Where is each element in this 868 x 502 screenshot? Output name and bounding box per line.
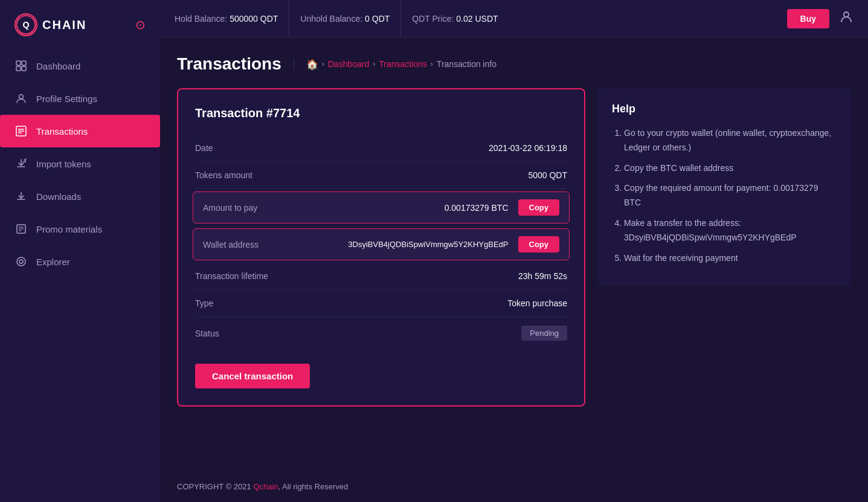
svg-point-16 xyxy=(19,260,23,263)
tx-date-value: 2021-03-22 06:19:18 xyxy=(489,143,567,153)
copy-wallet-button[interactable]: Copy xyxy=(518,236,560,253)
sidebar-item-transactions-label: Transactions xyxy=(36,126,88,137)
sidebar-item-dashboard[interactable]: Dashboard xyxy=(0,50,160,82)
svg-rect-5 xyxy=(22,66,26,71)
hold-balance-value: 500000 QDT xyxy=(230,14,278,24)
tx-row-tokens-amount: Tokens amount 5000 QDT xyxy=(195,162,567,189)
help-step-3: Copy the required amount for payment: 0.… xyxy=(624,181,837,210)
sidebar-item-promo-materials-label: Promo materials xyxy=(36,224,102,234)
breadcrumb-transactions[interactable]: Transactions xyxy=(379,59,427,69)
tx-row-wallet-address: Wallet address 3DsyiBVB4jQDBiSpwiVmmgw5Y… xyxy=(193,228,570,260)
tx-tokens-value: 5000 QDT xyxy=(528,170,567,180)
sidebar-item-profile-settings[interactable]: Profile Settings xyxy=(0,82,160,115)
sidebar-item-downloads[interactable]: Downloads xyxy=(0,180,160,213)
copy-amount-button[interactable]: Copy xyxy=(518,199,560,216)
tx-lifetime-value: 23h 59m 52s xyxy=(518,271,567,281)
sidebar-item-downloads-label: Downloads xyxy=(36,191,81,202)
topbar: Hold Balance: 500000 QDT Unhold Balance:… xyxy=(160,0,868,37)
svg-point-6 xyxy=(19,95,24,99)
sidebar: Q CHAIN ⊙ Dashboard xyxy=(0,0,160,502)
svg-point-17 xyxy=(844,12,849,17)
help-title: Help xyxy=(612,103,837,115)
qdt-price: QDT Price: 0.02 USDT xyxy=(401,0,509,37)
footer-copyright: COPYRIGHT © 2021 xyxy=(177,482,253,491)
tx-row-amount-to-pay: Amount to pay 0.00173279 BTC Copy xyxy=(193,191,570,224)
unhold-balance-value: 0 QDT xyxy=(365,14,390,24)
cancel-transaction-button[interactable]: Cancel transaction xyxy=(195,364,310,388)
tx-date-label: Date xyxy=(195,143,213,153)
transaction-title: Transaction #7714 xyxy=(195,106,567,120)
help-step-4: Make a transfer to the address: 3DsyiBVB… xyxy=(624,216,837,245)
unhold-balance: Unhold Balance: 0 QDT xyxy=(289,0,401,37)
tx-wallet-right: 3DsyiBVB4jQDBiSpwiVmmgw5Y2KHYgBEdP Copy xyxy=(348,236,559,253)
sidebar-item-transactions[interactable]: Transactions xyxy=(0,115,160,147)
main-row: Transaction #7714 Date 2021-03-22 06:19:… xyxy=(177,88,851,407)
help-step-2: Copy the BTC wallet address xyxy=(624,161,837,176)
breadcrumb: 🏠 › Dashboard › Transactions › Transacti… xyxy=(294,59,497,70)
tx-lifetime-label: Transaction lifetime xyxy=(195,271,268,281)
unhold-balance-label: Unhold Balance: xyxy=(300,14,362,24)
tx-amount-value: 0.00173279 BTC xyxy=(445,203,509,213)
main-content: Hold Balance: 500000 QDT Unhold Balance:… xyxy=(160,0,868,502)
topbar-right: Buy xyxy=(787,9,854,28)
logo-text: CHAIN xyxy=(42,18,86,32)
svg-rect-3 xyxy=(22,61,26,65)
breadcrumb-current: Transaction info xyxy=(437,59,497,69)
tx-type-value: Token purchase xyxy=(507,298,567,308)
content-area: Transactions 🏠 › Dashboard › Transaction… xyxy=(160,37,868,471)
breadcrumb-sep-1: › xyxy=(322,60,324,68)
explorer-icon xyxy=(14,255,28,268)
breadcrumb-dashboard[interactable]: Dashboard xyxy=(328,59,370,69)
sidebar-item-profile-settings-label: Profile Settings xyxy=(36,94,97,104)
sidebar-item-import-tokens[interactable]: Import tokens xyxy=(0,147,160,180)
downloads-icon xyxy=(14,190,28,203)
qdt-price-value: 0.02 USDT xyxy=(456,14,498,24)
user-account-icon[interactable] xyxy=(839,10,854,28)
qdt-price-label: QDT Price: xyxy=(412,14,454,24)
sidebar-nav: Dashboard Profile Settings xyxy=(0,50,160,278)
footer: COPYRIGHT © 2021 Qchain, All rights Rese… xyxy=(160,471,868,502)
tx-wallet-value: 3DsyiBVB4jQDBiSpwiVmmgw5Y2KHYgBEdP xyxy=(348,240,508,249)
transaction-card: Transaction #7714 Date 2021-03-22 06:19:… xyxy=(177,88,585,407)
tx-row-lifetime: Transaction lifetime 23h 59m 52s xyxy=(195,263,567,290)
promo-icon xyxy=(14,222,28,236)
sidebar-item-explorer[interactable]: Explorer xyxy=(0,245,160,278)
sidebar-item-promo-materials[interactable]: Promo materials xyxy=(0,213,160,245)
tx-row-status: Status Pending xyxy=(195,317,567,349)
help-panel: Help Go to your crypto wallet (online wa… xyxy=(597,88,851,286)
tx-status-label: Status xyxy=(195,329,219,338)
hold-balance-label: Hold Balance: xyxy=(175,14,227,24)
tx-tokens-label: Tokens amount xyxy=(195,170,252,180)
breadcrumb-sep-2: › xyxy=(373,60,375,68)
status-badge: Pending xyxy=(521,326,567,341)
help-step-5: Wait for the receiving payment xyxy=(624,251,837,266)
import-icon xyxy=(14,157,28,170)
footer-brand[interactable]: Qchain xyxy=(253,482,278,491)
buy-button[interactable]: Buy xyxy=(787,9,829,28)
tx-type-label: Type xyxy=(195,298,213,308)
tx-amount-right: 0.00173279 BTC Copy xyxy=(445,199,559,216)
svg-rect-2 xyxy=(16,61,21,65)
sidebar-item-import-tokens-label: Import tokens xyxy=(36,159,91,169)
footer-rights: , All rights Reserved xyxy=(278,482,349,491)
tx-row-type: Type Token purchase xyxy=(195,290,567,317)
breadcrumb-sep-3: › xyxy=(431,60,433,68)
tx-row-date: Date 2021-03-22 06:19:18 xyxy=(195,135,567,162)
svg-rect-4 xyxy=(16,66,21,71)
home-icon[interactable]: 🏠 xyxy=(306,59,318,70)
profile-icon xyxy=(14,92,28,105)
sidebar-item-dashboard-label: Dashboard xyxy=(36,61,80,71)
tx-amount-label: Amount to pay xyxy=(203,203,257,213)
dashboard-icon xyxy=(14,59,28,72)
help-steps-list: Go to your crypto wallet (online wallet,… xyxy=(612,126,837,265)
svg-point-15 xyxy=(17,257,25,266)
page-title: Transactions xyxy=(177,54,281,74)
page-header: Transactions 🏠 › Dashboard › Transaction… xyxy=(177,54,851,74)
logo: Q CHAIN ⊙ xyxy=(0,0,160,50)
logo-icon: Q xyxy=(14,13,37,36)
tx-wallet-label: Wallet address xyxy=(203,240,259,249)
transactions-icon xyxy=(14,124,28,138)
hold-balance: Hold Balance: 500000 QDT xyxy=(175,0,289,37)
help-step-1: Go to your crypto wallet (online wallet,… xyxy=(624,126,837,155)
logo-target-icon: ⊙ xyxy=(135,18,146,32)
